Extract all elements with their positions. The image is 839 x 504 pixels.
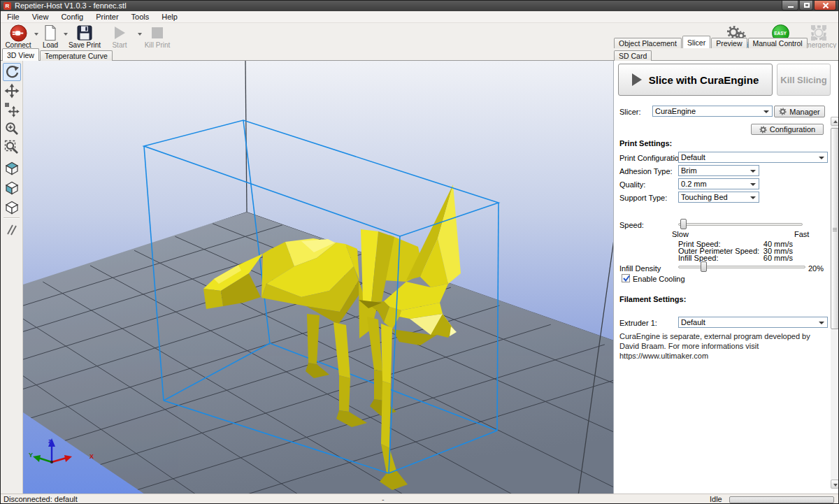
slicer-panel: Slice with CuraEngine Kill Slicing Slice… — [613, 61, 839, 494]
connect-button[interactable]: Connect — [3, 24, 33, 49]
toolstrip-divider — [3, 217, 20, 218]
menu-help[interactable]: Help — [155, 11, 184, 23]
infill-slider-thumb[interactable] — [701, 261, 707, 272]
arrow-up-icon — [833, 120, 838, 123]
isometric-view-tool[interactable] — [3, 159, 21, 177]
adhesion-type-select[interactable]: Brim — [678, 165, 759, 176]
play-icon — [632, 73, 642, 86]
viewport-3d[interactable]: z Y X — [23, 61, 613, 494]
axis-y-label: Y — [29, 452, 33, 459]
extruder-1-label: Extruder 1: — [619, 319, 657, 327]
move-object-tool[interactable] — [3, 101, 21, 119]
scrollbar-thumb[interactable] — [831, 128, 839, 329]
menu-view[interactable]: View — [26, 11, 55, 23]
adhesion-type-label: Adhesion Type: — [619, 167, 673, 175]
axis-x-label: X — [89, 453, 94, 460]
infill-speed-label: Infill Speed: — [678, 254, 718, 262]
tab-temperature-curve[interactable]: Temperature Curve — [40, 50, 113, 61]
move-icon — [4, 83, 20, 99]
tab-manual-control[interactable]: Manual Control — [748, 38, 808, 48]
maximize-button[interactable] — [799, 1, 813, 10]
top-view-icon — [4, 199, 20, 215]
quality-select[interactable]: 0.2 mm — [678, 178, 759, 189]
manager-button[interactable]: Manager — [774, 106, 825, 117]
close-button[interactable] — [814, 1, 836, 10]
chevron-down-icon — [819, 322, 824, 324]
rotate-icon — [4, 64, 20, 80]
tab-preview[interactable]: Preview — [711, 38, 747, 48]
quality-label: Quality: — [619, 180, 645, 189]
move-view-tool[interactable] — [3, 82, 21, 100]
gear-icon — [779, 108, 787, 115]
app-icon: R — [3, 2, 11, 10]
support-type-label: Support Type: — [619, 194, 667, 202]
kill-slicing-button[interactable]: Kill Slicing — [777, 64, 831, 96]
chevron-down-icon — [763, 110, 769, 113]
infill-speed-value: 60 mm/s — [754, 254, 793, 262]
save-print-button[interactable]: Save Print — [68, 24, 101, 49]
enable-cooling-checkbox[interactable] — [622, 274, 630, 282]
tab-strip: 3D ViewTemperature Curve Object Placemen… — [1, 48, 838, 61]
viewport-canvas[interactable]: z Y X — [23, 61, 613, 494]
infill-density-label: Infill Density — [619, 264, 661, 273]
check-icon — [622, 274, 631, 282]
gear-icon — [759, 126, 767, 134]
chevron-down-icon — [750, 170, 756, 173]
tab-slicer[interactable]: Slicer — [682, 36, 710, 48]
fit-view-icon — [4, 140, 20, 155]
menu-bar: File View Config Printer Tools Help — [1, 11, 838, 23]
scroll-down-button[interactable] — [831, 480, 839, 489]
app-window: R Repetier-Host V1.0.3 - fennec.stl File… — [0, 0, 839, 504]
start-print-icon — [104, 24, 135, 41]
parallel-projection-tool[interactable] — [3, 221, 21, 239]
menu-printer[interactable]: Printer — [89, 11, 124, 23]
status-separator: - — [382, 495, 385, 503]
scroll-up-button[interactable] — [831, 117, 839, 126]
minimize-button[interactable] — [782, 1, 798, 10]
support-type-select[interactable]: Touching Bed — [678, 192, 759, 203]
speed-fast-label: Fast — [794, 230, 809, 238]
zoom-tool[interactable] — [3, 120, 21, 138]
menu-tools[interactable]: Tools — [125, 11, 156, 23]
kill-print-icon — [142, 24, 173, 41]
slice-button[interactable]: Slice with CuraEngine — [618, 64, 773, 96]
kill-print-button[interactable]: Kill Print — [142, 24, 173, 49]
print-configuration-select[interactable]: Default — [678, 152, 828, 163]
speed-slider-track[interactable] — [678, 223, 803, 226]
status-bar: Disconnected: default - Idle — [1, 494, 838, 504]
rotate-view-tool[interactable] — [3, 63, 21, 81]
chevron-down-icon — [819, 157, 824, 159]
move-object-icon — [4, 102, 20, 117]
tab-object-placement[interactable]: Object Placement — [614, 38, 682, 48]
curaengine-info-text: CuraEngine is separate, external program… — [619, 331, 822, 361]
front-view-icon — [4, 180, 20, 195]
arrow-down-icon — [833, 484, 838, 487]
configuration-button[interactable]: Configuration — [751, 124, 824, 135]
title-bar[interactable]: R Repetier-Host V1.0.3 - fennec.stl — [1, 1, 838, 11]
slicer-select[interactable]: CuraEngine — [652, 106, 773, 117]
slicer-label: Slicer: — [619, 108, 641, 116]
load-icon — [38, 24, 62, 41]
infill-slider-track[interactable] — [678, 266, 805, 268]
panel-scrollbar[interactable] — [831, 117, 839, 489]
menu-config[interactable]: Config — [55, 11, 89, 23]
save-icon — [68, 24, 101, 41]
load-button[interactable]: Load — [38, 24, 62, 49]
front-view-tool[interactable] — [3, 178, 21, 196]
minimize-icon — [788, 6, 794, 8]
menu-file[interactable]: File — [1, 11, 26, 23]
top-view-tool[interactable] — [3, 198, 21, 216]
speed-slider-thumb[interactable] — [680, 219, 687, 229]
fit-view-tool[interactable] — [3, 138, 21, 157]
chevron-down-icon — [750, 183, 756, 186]
idle-status: Idle — [710, 495, 722, 503]
speed-slow-label: Slow — [672, 230, 689, 238]
tab-3d-view[interactable]: 3D View — [2, 48, 39, 61]
maximize-icon — [804, 3, 810, 8]
chevron-down-icon — [750, 196, 756, 199]
extruder-1-select[interactable]: Default — [678, 317, 828, 328]
window-title: Repetier-Host V1.0.3 - fennec.stl — [15, 1, 127, 10]
connection-status: Disconnected: default — [3, 495, 78, 503]
tab-sd-card[interactable]: SD Card — [614, 50, 652, 61]
axis-z-label: z — [48, 438, 52, 445]
